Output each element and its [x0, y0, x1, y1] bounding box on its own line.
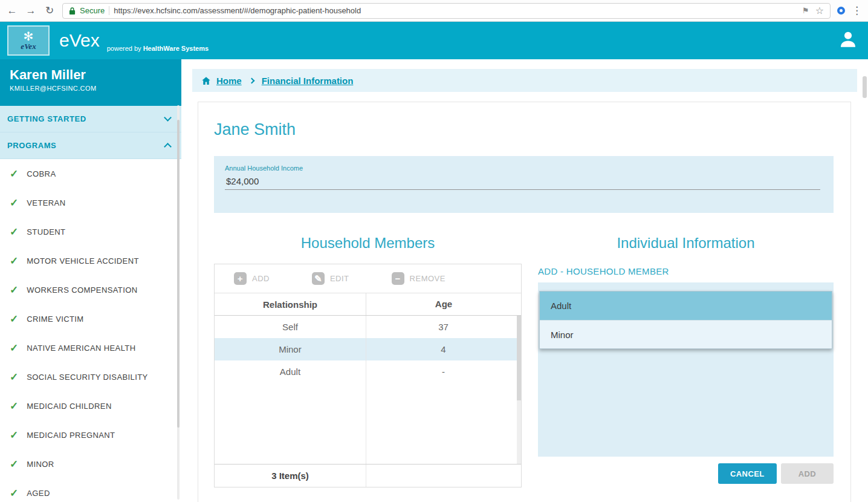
snowflake-icon: ✻ — [24, 30, 34, 42]
member-type-option[interactable]: Minor — [540, 320, 832, 348]
add-household-member-subtitle: ADD - HOUSEHOLD MEMBER — [538, 266, 834, 276]
bookmark-star-icon[interactable]: ☆ — [815, 5, 824, 16]
grid-toolbar: + ADD ✎ EDIT − REMOVE — [215, 264, 521, 293]
breadcrumb-home-link[interactable]: Home — [216, 76, 242, 86]
program-list: ✓ COBRA ✓ VETERAN ✓ STUDENT ✓ MOTOR VEHI… — [0, 159, 181, 502]
sidebar-item-program[interactable]: ✓ NATIVE AMERICAN HEALTH — [0, 333, 181, 362]
url-text[interactable]: https://evex.hcfsinc.com/assessment/#/de… — [114, 6, 361, 15]
add-button[interactable]: ADD — [781, 463, 834, 484]
minus-icon: − — [392, 272, 404, 285]
check-icon: ✓ — [10, 371, 18, 383]
household-members-section: Household Members + ADD ✎ EDIT — [214, 235, 522, 487]
breadcrumb-current-link[interactable]: Financial Information — [262, 76, 354, 86]
column-header-relationship[interactable]: Relationship — [215, 299, 366, 310]
sidebar-item-program[interactable]: ✓ MINOR — [0, 449, 181, 478]
sidebar: Karen Miller KMILLER@HCFSINC.COM GETTING… — [0, 59, 181, 502]
income-label: Annual Household Income — [225, 165, 821, 172]
table-row[interactable]: Minor 4 — [215, 338, 521, 360]
cell-relationship: Minor — [215, 344, 366, 354]
option-label: Minor — [551, 330, 574, 340]
sidebar-item-program[interactable]: ✓ MOTOR VEHICLE ACCIDENT — [0, 246, 181, 275]
program-label: CRIME VICTIM — [27, 315, 83, 324]
flag-icon[interactable]: ⚑ — [802, 6, 809, 15]
powered-by-prefix: powered by — [107, 45, 141, 52]
remove-member-button[interactable]: − REMOVE — [392, 272, 445, 285]
check-icon: ✓ — [10, 197, 18, 209]
edit-member-button[interactable]: ✎ EDIT — [312, 272, 349, 285]
program-label: NATIVE AMERICAN HEALTH — [27, 344, 135, 353]
member-type-listbox: Adult Minor — [539, 291, 832, 349]
remove-label: REMOVE — [410, 274, 445, 283]
program-label: WORKERS COMPENSATION — [27, 285, 137, 295]
add-member-button[interactable]: + ADD — [234, 272, 270, 285]
table-body: Self 37 Minor 4 Adult - — [215, 316, 521, 464]
cell-age: - — [366, 367, 521, 377]
secure-label: Secure — [80, 6, 105, 15]
item-count: 3 Item(s) — [215, 471, 366, 481]
program-label: COBRA — [27, 169, 56, 178]
home-icon[interactable] — [201, 76, 212, 86]
main-content: Home Financial Information Jane Smith An… — [181, 59, 868, 502]
household-members-grid: + ADD ✎ EDIT − REMOVE — [214, 264, 522, 487]
member-type-option[interactable]: Adult — [540, 292, 832, 320]
program-label: MOTOR VEHICLE ACCIDENT — [27, 256, 139, 266]
sidebar-item-program[interactable]: ✓ AGED — [0, 478, 181, 502]
edit-label: EDIT — [330, 274, 349, 283]
sidebar-section-getting-started[interactable]: GETTING STARTED — [0, 106, 181, 132]
individual-information-title: Individual Information — [538, 235, 834, 252]
user-icon[interactable] — [838, 29, 858, 52]
sidebar-item-program[interactable]: ✓ SOCIAL SECURITY DISABILITY — [0, 362, 181, 391]
chevron-right-icon — [248, 77, 254, 83]
sidebar-item-program[interactable]: ✓ MEDICAID PREGNANT — [0, 420, 181, 449]
sidebar-user: Karen Miller KMILLER@HCFSINC.COM — [0, 59, 181, 106]
browser-forward-icon[interactable]: → — [25, 5, 37, 17]
check-icon: ✓ — [10, 313, 18, 325]
sidebar-scrollbar-thumb[interactable] — [177, 120, 180, 428]
table-row[interactable]: Adult - — [215, 360, 521, 383]
cancel-button[interactable]: CANCEL — [718, 463, 777, 484]
browser-menu-icon[interactable]: ⋮ — [852, 4, 862, 17]
household-members-title: Household Members — [214, 235, 522, 252]
address-bar[interactable]: Secure https://evex.hcfsinc.com/assessme… — [62, 3, 831, 19]
program-label: STUDENT — [27, 227, 65, 236]
browser-toolbar: ← → ↻ Secure https://evex.hcfsinc.com/as… — [0, 0, 868, 22]
program-label: VETERAN — [27, 198, 65, 207]
check-icon: ✓ — [10, 429, 18, 442]
check-icon: ✓ — [10, 487, 18, 500]
patient-card: Jane Smith Annual Household Income $24,0… — [198, 102, 851, 502]
table-row[interactable]: Self 37 — [215, 316, 521, 338]
income-input[interactable]: $24,000 — [225, 172, 820, 190]
sidebar-item-program[interactable]: ✓ WORKERS COMPENSATION — [0, 275, 181, 304]
section-label: GETTING STARTED — [7, 114, 86, 123]
table-scrollbar[interactable] — [517, 316, 521, 464]
browser-reload-icon[interactable]: ↻ — [44, 4, 56, 17]
column-header-age[interactable]: Age — [366, 293, 521, 315]
sidebar-item-program[interactable]: ✓ VETERAN — [0, 188, 181, 217]
cell-relationship: Adult — [215, 367, 366, 377]
sidebar-item-program[interactable]: ✓ MEDICAID CHILDREN — [0, 391, 181, 420]
page-scrollbar-thumb[interactable] — [863, 76, 867, 98]
income-section: Annual Household Income $24,000 — [214, 156, 834, 213]
sidebar-item-program[interactable]: ✓ COBRA — [0, 159, 181, 188]
page-scrollbar[interactable] — [861, 59, 868, 502]
browser-profile-icon[interactable] — [837, 7, 845, 15]
table-scrollbar-thumb[interactable] — [517, 316, 521, 400]
sidebar-scrollbar[interactable] — [177, 105, 180, 500]
logo-text: eVex — [21, 42, 36, 51]
footer-age-cell — [366, 465, 521, 487]
powered-by-name: HealthWare Systems — [143, 45, 209, 52]
cell-relationship: Self — [215, 322, 366, 332]
screen: ← → ↻ Secure https://evex.hcfsinc.com/as… — [0, 0, 868, 502]
sidebar-item-program[interactable]: ✓ STUDENT — [0, 217, 181, 246]
sidebar-item-program[interactable]: ✓ CRIME VICTIM — [0, 304, 181, 333]
sidebar-section-programs[interactable]: PROGRAMS — [0, 132, 181, 159]
action-buttons: CANCEL ADD — [538, 463, 834, 484]
section-label: PROGRAMS — [7, 141, 56, 150]
address-divider — [109, 6, 109, 15]
chevron-down-icon — [164, 114, 172, 122]
program-label: SOCIAL SECURITY DISABILITY — [27, 373, 147, 382]
breadcrumb: Home Financial Information — [192, 69, 857, 92]
lock-icon — [69, 7, 76, 15]
browser-back-icon[interactable]: ← — [6, 5, 18, 17]
table-header: Relationship Age — [215, 293, 521, 316]
